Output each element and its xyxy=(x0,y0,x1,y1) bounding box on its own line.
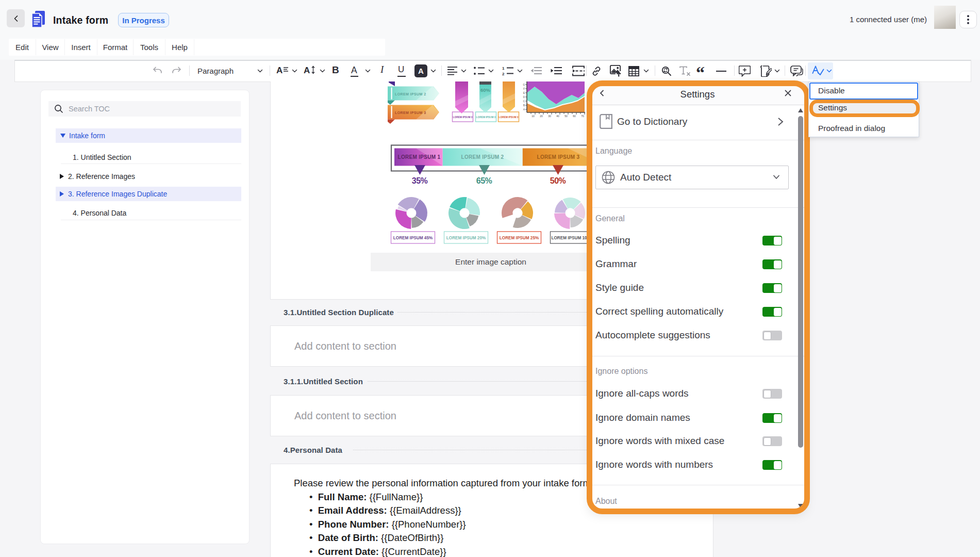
svg-text:LOREM IPSUM 2: LOREM IPSUM 2 xyxy=(395,92,426,96)
svg-text:20: 20 xyxy=(540,114,543,118)
svg-text:70: 70 xyxy=(581,114,584,118)
svg-text:D: D xyxy=(523,96,525,99)
svg-text:A: A xyxy=(523,108,525,111)
svg-text:50%: 50% xyxy=(550,176,566,185)
svg-text:G: G xyxy=(523,84,525,86)
svg-text:65%: 65% xyxy=(476,176,492,185)
svg-text:LOREM IPSUM 45%: LOREM IPSUM 45% xyxy=(393,236,433,240)
svg-text:LOREM IPSUM 3: LOREM IPSUM 3 xyxy=(499,116,519,119)
svg-text:C: C xyxy=(523,100,525,103)
svg-text:40: 40 xyxy=(556,114,559,118)
svg-text:1: 1 xyxy=(502,66,505,71)
svg-text:B: B xyxy=(523,104,525,107)
svg-text:60%: 60% xyxy=(480,87,491,93)
svg-text:LOREM IPSUM 3: LOREM IPSUM 3 xyxy=(453,116,473,119)
svg-text:35%: 35% xyxy=(412,176,428,185)
svg-text:60: 60 xyxy=(573,114,576,118)
svg-text:30: 30 xyxy=(548,114,551,118)
svg-text:LOREM IPSUM 2: LOREM IPSUM 2 xyxy=(461,154,504,160)
svg-text:2: 2 xyxy=(502,72,505,76)
svg-text:10: 10 xyxy=(531,114,535,118)
svg-text:LOREM IPSUM 3: LOREM IPSUM 3 xyxy=(395,111,426,114)
svg-text:LOREM IPSUM 25%: LOREM IPSUM 25% xyxy=(500,236,539,240)
svg-text:LOREM IPSUM 20%: LOREM IPSUM 20% xyxy=(446,236,486,240)
svg-text:LOREM IPSUM 3: LOREM IPSUM 3 xyxy=(537,154,580,160)
svg-text:F: F xyxy=(523,88,525,90)
svg-text:E: E xyxy=(523,92,525,94)
svg-text:LOREM IPSUM 3: LOREM IPSUM 3 xyxy=(476,116,496,119)
svg-text:LOREM IPSUM 1: LOREM IPSUM 1 xyxy=(398,154,441,160)
svg-text:50: 50 xyxy=(564,114,568,118)
